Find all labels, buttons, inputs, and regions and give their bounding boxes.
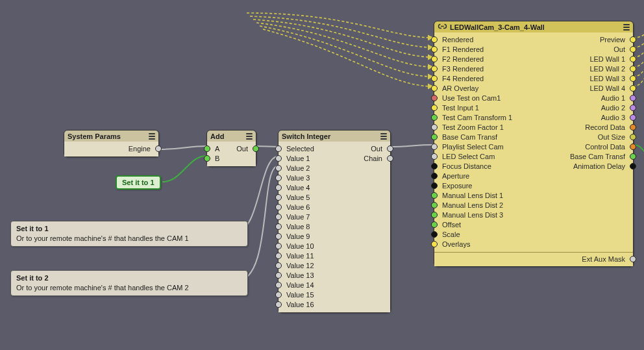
port-in[interactable]: [275, 184, 282, 191]
port-in[interactable]: [204, 145, 210, 152]
port-in[interactable]: [431, 192, 438, 199]
port-in[interactable]: [275, 165, 282, 171]
port-in[interactable]: [275, 175, 282, 181]
port-out[interactable]: [630, 66, 636, 72]
input-value-7[interactable]: Value 7: [279, 212, 390, 221]
port-out[interactable]: [630, 36, 636, 43]
input-value-16[interactable]: Value 16: [279, 299, 390, 309]
port-in[interactable]: [275, 253, 282, 259]
port-in[interactable]: [431, 241, 438, 247]
port-in[interactable]: [275, 204, 282, 210]
port-in[interactable]: [431, 153, 438, 160]
input-value-9[interactable]: Value 9: [279, 231, 390, 241]
port-in[interactable]: [431, 46, 438, 53]
input-value-13[interactable]: Value 13: [279, 270, 390, 280]
port-out[interactable]: [630, 105, 636, 111]
port-in[interactable]: [431, 221, 438, 228]
node-header[interactable]: Add: [207, 131, 256, 142]
port-in[interactable]: [431, 75, 438, 82]
output-ext-aux-mask[interactable]: Ext Aux Mask: [434, 254, 633, 264]
port-in[interactable]: [275, 194, 282, 201]
input-value-5[interactable]: Value 5: [279, 192, 390, 202]
port-out[interactable]: [155, 145, 162, 152]
port-out[interactable]: [630, 46, 636, 53]
input-value-3[interactable]: Value 3: [279, 173, 390, 182]
input-value-8[interactable]: Value 8: [279, 221, 390, 231]
port-out[interactable]: [253, 145, 259, 152]
note-cam1[interactable]: Set it to 1 Or to your remote machine's …: [10, 221, 248, 247]
port-in[interactable]: [275, 214, 282, 220]
port-in[interactable]: [431, 105, 438, 111]
port-in[interactable]: [431, 85, 438, 92]
port-out[interactable]: [387, 145, 393, 152]
menu-icon[interactable]: [380, 133, 387, 140]
port-in[interactable]: [431, 182, 438, 189]
port-out[interactable]: [630, 163, 636, 169]
input-a[interactable]: A Out: [207, 144, 256, 153]
port-in[interactable]: [431, 36, 438, 43]
port-in[interactable]: [275, 292, 282, 298]
input-value-11[interactable]: Value 11: [279, 251, 390, 260]
port-in[interactable]: [275, 282, 282, 288]
port-in[interactable]: [204, 155, 210, 162]
io-row: Scale: [434, 229, 633, 239]
port-in[interactable]: [431, 56, 438, 62]
port-in[interactable]: [431, 114, 438, 121]
port-in[interactable]: [275, 262, 282, 269]
port-in[interactable]: [275, 223, 282, 230]
input-value-15[interactable]: Value 15: [279, 290, 390, 299]
node-system-params[interactable]: System Params Engine: [64, 130, 159, 157]
port-in[interactable]: [431, 231, 438, 238]
port-in[interactable]: [275, 145, 282, 152]
port-out[interactable]: [630, 85, 636, 92]
port-out[interactable]: [387, 155, 393, 162]
menu-icon[interactable]: [623, 24, 630, 31]
port-in[interactable]: [275, 272, 282, 279]
input-value-14[interactable]: Value 14: [279, 280, 390, 290]
output-engine[interactable]: Engine: [64, 144, 158, 153]
port-in[interactable]: [431, 202, 438, 208]
node-header[interactable]: Switch Integer: [279, 131, 390, 142]
port-in[interactable]: [431, 66, 438, 72]
port-in[interactable]: [275, 155, 282, 162]
input-value-6[interactable]: Value 6: [279, 202, 390, 212]
io-row: Playlist Select CamControl Data: [434, 142, 633, 151]
link-icon: [438, 23, 447, 31]
port-in[interactable]: [275, 301, 282, 308]
port-in[interactable]: [431, 163, 438, 169]
port-out[interactable]: [630, 124, 636, 131]
port-out[interactable]: [630, 256, 636, 262]
menu-icon[interactable]: [246, 133, 253, 140]
input-value-1[interactable]: Value 1Chain: [279, 153, 390, 163]
input-value-4[interactable]: Value 4: [279, 182, 390, 192]
node-header[interactable]: System Params: [64, 131, 158, 142]
port-in[interactable]: [431, 144, 438, 150]
input-value-10[interactable]: Value 10: [279, 241, 390, 251]
port-in[interactable]: [431, 134, 438, 140]
port-in[interactable]: [431, 95, 438, 101]
port-out[interactable]: [630, 95, 636, 101]
menu-icon[interactable]: [149, 133, 155, 140]
port-in[interactable]: [431, 173, 438, 179]
port-in[interactable]: [431, 124, 438, 131]
port-in[interactable]: [275, 233, 282, 240]
port-in[interactable]: [431, 212, 438, 218]
port-out[interactable]: [630, 114, 636, 121]
io-row: F3 RenderedLED Wall 2: [434, 64, 633, 73]
input-value-2[interactable]: Value 2: [279, 163, 390, 173]
node-led-wall-cam[interactable]: LEDWallCam_3-Cam_4-Wall RenderedPreviewF…: [434, 21, 634, 267]
input-b[interactable]: B: [207, 153, 256, 163]
note-set-to-1-green[interactable]: Set it to 1: [116, 175, 161, 190]
note-cam2[interactable]: Set it to 2 Or to your remote machine's …: [10, 270, 248, 296]
port-out[interactable]: [630, 153, 636, 160]
input-selected[interactable]: SelectedOut: [279, 144, 390, 153]
input-value-12[interactable]: Value 12: [279, 260, 390, 270]
node-add[interactable]: Add A Out B: [206, 130, 256, 167]
port-out[interactable]: [630, 75, 636, 82]
port-out[interactable]: [630, 144, 636, 150]
port-out[interactable]: [630, 134, 636, 140]
node-switch-integer[interactable]: Switch Integer SelectedOutValue 1ChainVa…: [278, 130, 391, 313]
port-out[interactable]: [630, 56, 636, 62]
node-header[interactable]: LEDWallCam_3-Cam_4-Wall: [434, 21, 633, 32]
port-in[interactable]: [275, 243, 282, 249]
